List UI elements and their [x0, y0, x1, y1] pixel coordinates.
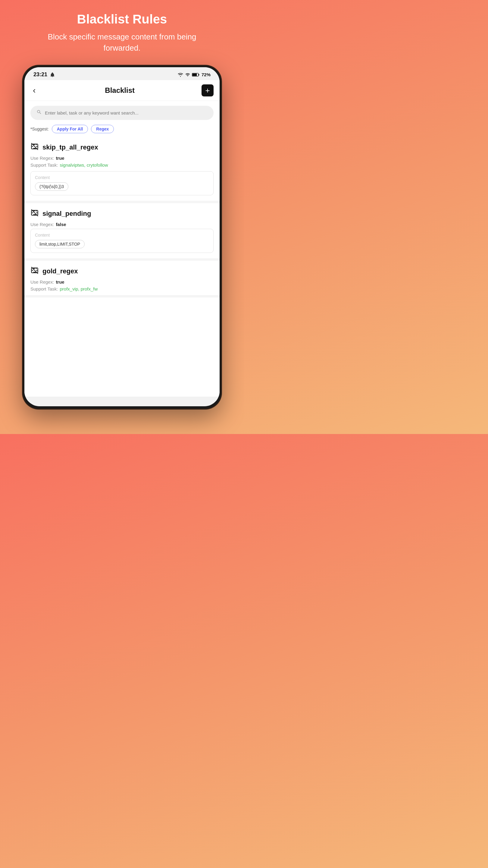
search-input[interactable] [45, 110, 207, 116]
signal-icon [185, 72, 190, 77]
phone-inner: 23:21 72% [24, 67, 220, 406]
rule-3-regex-value: true [56, 279, 64, 284]
svg-rect-1 [198, 74, 199, 75]
use-regex-label-1: Use Regex: [30, 156, 54, 161]
battery-icon [192, 73, 200, 77]
notification-icon [50, 72, 55, 78]
rule-card-3: gold_regex Use Regex: true Support Task:… [24, 261, 220, 298]
search-icon [36, 110, 42, 116]
rule-3-icon [30, 266, 39, 276]
page-subtitle: Block specific message content from bein… [29, 31, 216, 53]
rule-1-content-label: Content [35, 175, 209, 180]
app-content: ‹ Blacklist + *Suggest: Apply Fo [24, 80, 220, 397]
rule-1-content-tag-0[interactable]: (?i)tp(\s{0,})3 [35, 182, 68, 191]
nav-title: Blacklist [105, 86, 135, 95]
rule-2-header: signal_pending [30, 209, 214, 219]
back-button[interactable]: ‹ [30, 84, 38, 96]
rule-1-tasks: signalviptws, crytofollow [60, 162, 108, 167]
phone-frame: 23:21 72% [23, 65, 221, 409]
rule-1-regex-value: true [56, 156, 64, 161]
use-regex-label-2: Use Regex: [30, 222, 54, 227]
status-bar: 23:21 72% [24, 67, 220, 80]
rule-2-name: signal_pending [42, 210, 91, 218]
rule-1-name: skip_tp_all_regex [42, 144, 98, 151]
svg-rect-2 [193, 73, 197, 76]
suggest-row: *Suggest: Apply For All Regex [24, 122, 220, 137]
rule-1-support-task: Support Task: signalviptws, crytofollow [30, 162, 214, 167]
support-task-label-3: Support Task: [30, 286, 58, 291]
rule-3-use-regex: Use Regex: true [30, 279, 214, 284]
top-nav: ‹ Blacklist + [24, 80, 220, 101]
regex-chip[interactable]: Regex [91, 125, 114, 133]
rule-3-support-task: Support Task: profx_vip, profx_fw [30, 286, 214, 291]
page-title: Blacklist Rules [77, 12, 167, 27]
rule-1-use-regex: Use Regex: true [30, 156, 214, 161]
status-time: 23:21 [33, 71, 55, 78]
rule-3-tasks: profx_vip, profx_fw [60, 286, 98, 291]
rule-2-use-regex: Use Regex: false [30, 222, 214, 227]
rule-1-icon [30, 142, 39, 153]
rule-card-2: signal_pending Use Regex: false Content … [24, 203, 220, 261]
rule-2-icon [30, 209, 39, 219]
rule-2-regex-value: false [56, 222, 66, 227]
wifi-icon [177, 72, 184, 77]
use-regex-label-3: Use Regex: [30, 279, 54, 284]
rule-1-header: skip_tp_all_regex [30, 142, 214, 153]
rule-card-1: skip_tp_all_regex Use Regex: true Suppor… [24, 137, 220, 203]
rule-2-content-tag-0[interactable]: limit,stop,LIMIT,STOP [35, 240, 85, 248]
rule-3-header: gold_regex [30, 266, 214, 276]
rule-2-content-label: Content [35, 233, 209, 238]
search-container [24, 101, 220, 122]
search-bar [30, 106, 214, 120]
rule-1-content-box: Content (?i)tp(\s{0,})3 [30, 171, 214, 195]
support-task-label-1: Support Task: [30, 162, 58, 167]
suggest-label: *Suggest: [30, 127, 49, 131]
time-display: 23:21 [33, 71, 47, 78]
status-icons: 72% [177, 72, 210, 77]
apply-for-all-chip[interactable]: Apply For All [52, 125, 88, 133]
battery-percentage: 72% [201, 72, 210, 77]
rule-2-content-box: Content limit,stop,LIMIT,STOP [30, 229, 214, 253]
rule-3-name: gold_regex [42, 267, 78, 275]
add-button[interactable]: + [201, 84, 214, 96]
